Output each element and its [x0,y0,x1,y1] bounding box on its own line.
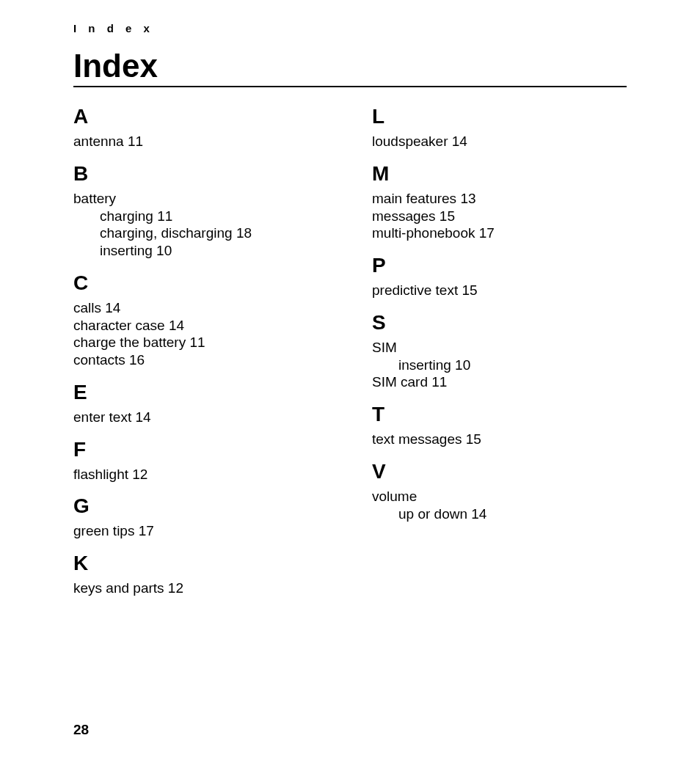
index-letter: A [73,105,328,128]
index-entry: keys and parts 12 [73,580,328,597]
index-entry: volume [372,488,627,505]
index-entry: enter text 14 [73,409,328,426]
index-columns: Aantenna 11Bbatterycharging 11charging, … [73,101,627,597]
index-subentry: up or down 14 [398,505,627,523]
index-letter: L [372,105,627,128]
index-letter: G [73,494,328,518]
page: I n d e x Index Aantenna 11Bbatterycharg… [0,0,700,760]
index-entry: charge the battery 11 [73,334,328,351]
index-entry: calls 14 [73,299,328,317]
index-entry: character case 14 [73,317,328,335]
index-letter: V [372,460,627,483]
index-entry: battery [73,190,328,208]
index-letter: S [372,311,627,335]
index-letter: T [372,403,627,426]
index-entry: green tips 17 [73,522,328,540]
index-entry: loudspeaker 14 [372,133,627,150]
running-header: I n d e x [73,22,627,34]
index-letter: B [73,162,328,186]
index-column-left: Aantenna 11Bbatterycharging 11charging, … [73,101,328,597]
index-entry: text messages 15 [372,431,627,448]
index-subentry: charging 11 [100,208,328,225]
index-letter: P [372,254,627,277]
index-entry: multi-phonebook 17 [372,224,627,242]
page-title: Index [73,48,627,84]
title-rule [73,86,627,87]
index-letter: C [73,271,328,295]
index-subentry: charging, discharging 18 [100,224,328,242]
index-subentry: inserting 10 [100,242,328,260]
index-subentry: inserting 10 [398,357,627,374]
page-number: 28 [73,722,89,738]
index-entry: SIM card 11 [372,373,627,391]
index-entry: main features 13 [372,190,627,208]
index-entry: contacts 16 [73,351,328,369]
index-entry: antenna 11 [73,133,328,150]
index-entry: SIM [372,339,627,357]
index-letter: E [73,381,328,404]
index-entry: flashlight 12 [73,466,328,483]
index-letter: M [372,162,627,186]
index-letter: F [73,438,328,461]
index-column-right: Lloudspeaker 14Mmain features 13messages… [372,101,627,597]
index-letter: K [73,552,328,575]
index-entry: predictive text 15 [372,282,627,299]
index-entry: messages 15 [372,208,627,225]
